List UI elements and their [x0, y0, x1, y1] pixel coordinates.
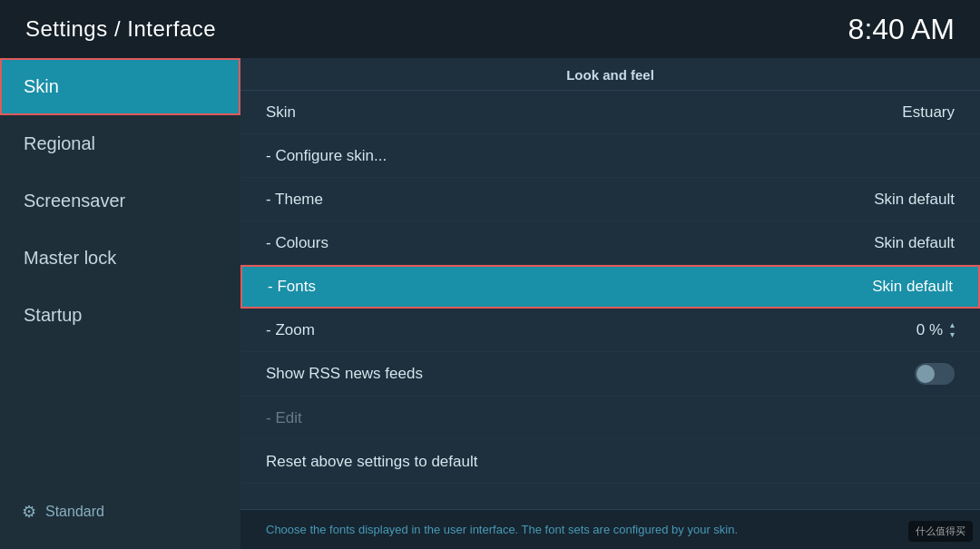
zoom-controls: 0 %▾▾	[916, 321, 955, 339]
settings-row-fonts[interactable]: - FontsSkin default	[240, 265, 980, 309]
status-bar: Choose the fonts displayed in the user i…	[240, 509, 980, 549]
settings-row-theme[interactable]: - ThemeSkin default	[240, 178, 980, 221]
row-label-edit: - Edit	[266, 409, 302, 427]
settings-row-zoom[interactable]: - Zoom0 %▾▾	[240, 309, 980, 352]
watermark: 什么值得买	[908, 521, 973, 542]
header: Settings / Interface 8:40 AM	[0, 0, 980, 58]
sidebar-nav: SkinRegionalScreensaverMaster lockStartu…	[0, 58, 240, 344]
row-label-rss: Show RSS news feeds	[266, 365, 423, 383]
sidebar-item-master-lock[interactable]: Master lock	[0, 230, 240, 287]
row-value-theme: Skin default	[874, 191, 955, 209]
clock: 8:40 AM	[848, 13, 955, 46]
row-value-skin: Estuary	[902, 103, 955, 122]
settings-row-colours[interactable]: - ColoursSkin default	[240, 221, 980, 265]
sidebar-item-startup[interactable]: Startup	[0, 287, 240, 344]
row-label-skin: Skin	[266, 103, 296, 122]
settings-row-skin[interactable]: SkinEstuary	[240, 91, 980, 134]
zoom-down-arrow[interactable]: ▾	[950, 330, 955, 339]
settings-rows: SkinEstuary- Configure skin...- ThemeSki…	[240, 91, 980, 484]
status-text: Choose the fonts displayed in the user i…	[266, 523, 738, 536]
content-area: Look and feel SkinEstuary- Configure ski…	[240, 58, 980, 549]
row-label-fonts: - Fonts	[268, 278, 316, 296]
gear-icon: ⚙	[22, 502, 36, 522]
zoom-arrows[interactable]: ▾▾	[950, 321, 955, 339]
settings-row-edit: - Edit	[240, 397, 980, 440]
settings-row-reset[interactable]: Reset above settings to default	[240, 440, 980, 484]
settings-row-configure-skin[interactable]: - Configure skin...	[240, 134, 980, 178]
sidebar: SkinRegionalScreensaverMaster lockStartu…	[0, 58, 240, 549]
section-header: Look and feel	[240, 58, 980, 91]
row-label-colours: - Colours	[266, 234, 328, 252]
settings-row-rss[interactable]: Show RSS news feeds	[240, 352, 980, 397]
sidebar-footer[interactable]: ⚙ Standard	[0, 489, 240, 534]
sidebar-footer-label: Standard	[45, 504, 104, 520]
content-inner: Look and feel SkinEstuary- Configure ski…	[240, 58, 980, 509]
zoom-value: 0 %	[916, 321, 943, 339]
row-value-colours: Skin default	[874, 234, 955, 252]
toggle-rss[interactable]	[915, 363, 955, 385]
row-label-zoom: - Zoom	[266, 321, 315, 339]
sidebar-item-screensaver[interactable]: Screensaver	[0, 172, 240, 230]
row-label-configure-skin: - Configure skin...	[266, 147, 387, 165]
row-label-reset: Reset above settings to default	[266, 453, 477, 471]
zoom-up-arrow[interactable]: ▾	[950, 321, 955, 330]
sidebar-item-regional[interactable]: Regional	[0, 115, 240, 172]
row-value-fonts: Skin default	[872, 278, 953, 296]
main-layout: SkinRegionalScreensaverMaster lockStartu…	[0, 58, 980, 549]
page-title: Settings / Interface	[25, 16, 216, 42]
sidebar-item-skin[interactable]: Skin	[0, 58, 240, 115]
toggle-knob-rss	[916, 365, 935, 383]
row-label-theme: - Theme	[266, 191, 323, 209]
